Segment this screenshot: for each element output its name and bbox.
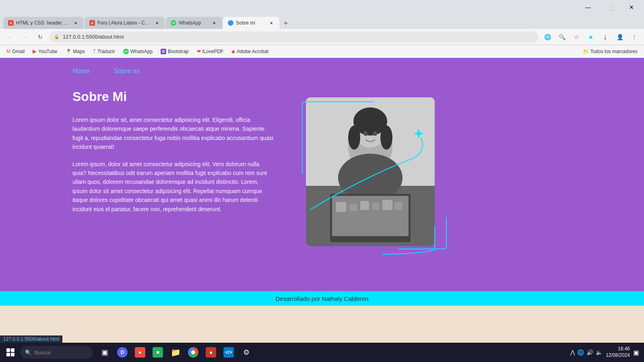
bookmark-maps[interactable]: 📍 Maps — [62, 47, 88, 56]
game-taskbar-item[interactable]: ♦ — [203, 344, 219, 360]
discord-icon: D — [117, 347, 128, 358]
taskbar-search-bar[interactable]: 🔍 Buscar — [20, 346, 93, 359]
system-clock[interactable]: 16:46 12/08/2024 — [606, 346, 630, 358]
translate-icon-btn[interactable]: 🌐 — [541, 31, 554, 43]
settings-taskbar-item[interactable]: ⚙ — [238, 344, 254, 360]
tab-title-3: WhatsApp — [179, 20, 208, 26]
download-icon-btn[interactable]: ⭳ — [599, 31, 612, 43]
status-url: 127.0.0.1:5500/about.html — [3, 336, 59, 342]
green-app-taskbar-item[interactable]: ■ — [150, 344, 166, 360]
taskbar-items: ▣ D ● ■ 📁 ♦ </> — [97, 344, 254, 360]
task-view-icon: ▣ — [101, 348, 108, 357]
notification-icon[interactable]: ▣ — [633, 349, 639, 356]
youtube-icon: ▶ — [33, 48, 37, 54]
whatsapp-icon: W — [123, 49, 129, 54]
tab-close-3[interactable]: ✕ — [211, 20, 217, 26]
translate-icon: T — [93, 49, 96, 54]
green-app-icon: ■ — [153, 347, 163, 358]
bookmark-gmail[interactable]: M Gmail — [3, 47, 28, 56]
volume-icon: 🔊 — [586, 349, 593, 356]
browser-tab-1[interactable]: a HTML y CSS: header, footer y v... ✕ — [3, 17, 84, 29]
bookmark-acrobat-label: Adobe Acrobat — [237, 49, 268, 54]
bookmark-acrobat[interactable]: ◆ Adobe Acrobat — [228, 47, 272, 56]
bookmark-maps-label: Maps — [73, 49, 85, 54]
title-bar: — ⬜ ✕ — [0, 0, 644, 14]
vscode-taskbar-item[interactable]: </> — [221, 344, 237, 360]
folder-icon: 📁 — [583, 49, 589, 54]
svg-rect-12 — [349, 204, 357, 211]
address-bar[interactable]: 🔒 127.0.0.1:5500/about.html — [49, 31, 539, 43]
svg-point-6 — [348, 125, 360, 150]
vscode-icon: </> — [223, 347, 234, 358]
bookmark-bootstrap-label: Bootstrap — [168, 49, 188, 54]
bookmark-whatsapp[interactable]: W WhatsApp — [120, 47, 156, 56]
svg-rect-11 — [336, 202, 346, 212]
site-navigation: Home Sobre mi — [0, 58, 644, 81]
close-button[interactable]: ✕ — [622, 1, 641, 14]
site-paragraph-1: Lorem ipsum dolor sit, amet consectetur … — [72, 115, 274, 152]
bookmark-ilovepdf-label: iLovePDF — [202, 49, 224, 54]
tab-close-2[interactable]: ✕ — [154, 20, 160, 26]
nav-home-link[interactable]: Home — [72, 68, 90, 75]
browser-tab-3[interactable]: W WhatsApp ✕ — [166, 17, 222, 29]
speaker-icon: 🔈 — [596, 349, 603, 356]
chrome-taskbar-item[interactable] — [185, 344, 201, 360]
tab-title-1: HTML y CSS: header, footer y v... — [16, 20, 70, 26]
tab-close-4[interactable]: ✕ — [268, 20, 275, 26]
site-text-section: Sobre Mi Lorem ipsum dolor sit, amet con… — [72, 89, 274, 222]
svg-point-18 — [373, 131, 377, 136]
back-button[interactable]: ← — [3, 31, 16, 43]
clock-time: 16:46 — [606, 346, 630, 352]
site-page-title: Sobre Mi — [72, 89, 274, 104]
windows-icon — [6, 348, 14, 356]
nav-about-link[interactable]: Sobre mi — [114, 68, 140, 75]
task-view-button[interactable]: ▣ — [97, 344, 113, 360]
profile-icon-btn[interactable]: 👤 — [613, 31, 626, 43]
forward-button[interactable]: → — [19, 31, 31, 43]
bookmark-icon-btn[interactable]: ☆ — [570, 31, 583, 43]
tab-favicon-1: a — [8, 20, 14, 26]
folder-taskbar-item[interactable]: 📁 — [167, 344, 184, 360]
new-tab-button[interactable]: + — [280, 18, 291, 29]
red-app-taskbar-item[interactable]: ● — [132, 344, 148, 360]
browser-tab-2[interactable]: a Foro | Alura Latam - Cursos onl... ✕ — [85, 17, 165, 29]
profile-photo — [306, 97, 435, 246]
svg-point-7 — [380, 125, 392, 150]
bookmark-traducir-label: Traducir — [97, 49, 115, 54]
svg-rect-14 — [372, 203, 380, 210]
bookmark-gmail-label: Gmail — [12, 49, 25, 54]
taskbar-right: ⋀ 🌐 🔊 🔈 16:46 12/08/2024 ▣ — [570, 346, 642, 358]
bookmark-traducir[interactable]: T Traducir — [90, 47, 118, 56]
extension-icon-btn[interactable]: ■ — [584, 31, 597, 43]
maximize-button[interactable]: ⬜ — [601, 1, 619, 14]
site-main-content: Sobre Mi Lorem ipsum dolor sit, amet con… — [0, 81, 644, 246]
start-button[interactable] — [2, 343, 19, 361]
folder-icon: 📁 — [170, 347, 181, 358]
red-app-icon: ● — [135, 347, 145, 358]
bookmark-youtube[interactable]: ▶ YouTube — [29, 47, 60, 56]
address-text: 127.0.0.1:5500/about.html — [63, 34, 534, 40]
minimize-button[interactable]: — — [579, 1, 597, 14]
refresh-button[interactable]: ↻ — [34, 31, 47, 43]
all-bookmarks-label: Todos los marcadores — [590, 49, 638, 54]
bookmark-ilovepdf[interactable]: ❤ iLovePDF — [194, 47, 227, 56]
browser-tab-4[interactable]: 🌐 Sobre mi ✕ — [223, 17, 279, 29]
tab-favicon-4: 🌐 — [228, 20, 233, 26]
tab-favicon-3: W — [171, 20, 176, 26]
status-bar: 127.0.0.1:5500/about.html — [0, 335, 62, 343]
bookmark-youtube-label: YouTube — [38, 49, 57, 54]
chevron-up-icon[interactable]: ⋀ — [570, 349, 575, 356]
bookmark-bootstrap[interactable]: B Bootstrap — [157, 47, 192, 56]
menu-icon-btn[interactable]: ⋮ — [628, 31, 641, 43]
svg-point-17 — [363, 131, 367, 136]
discord-taskbar-item[interactable]: D — [114, 344, 130, 360]
svg-rect-15 — [382, 200, 392, 210]
tab-close-1[interactable]: ✕ — [72, 20, 79, 26]
navigation-bar: ← → ↻ 🔒 127.0.0.1:5500/about.html 🌐 🔍 ☆ … — [0, 29, 644, 45]
taskbar: 🔍 Buscar ▣ D ● ■ 📁 ♦ — [0, 343, 644, 362]
nav-right-icons: 🌐 🔍 ☆ ■ ⭳ 👤 ⋮ — [541, 31, 641, 43]
site-image-section — [306, 89, 443, 246]
zoom-icon-btn[interactable]: 🔍 — [555, 31, 568, 43]
window-controls: — ⬜ ✕ — [579, 1, 641, 14]
all-bookmarks[interactable]: 📁 Todos los marcadores — [580, 47, 641, 56]
